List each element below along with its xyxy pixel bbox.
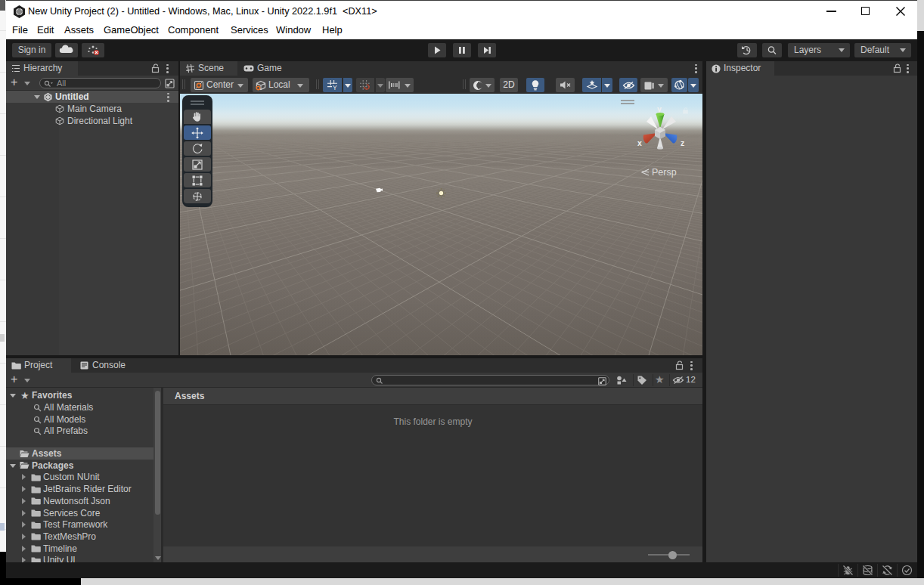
svg-text:x: x: [637, 138, 642, 147]
svg-text:y: y: [657, 104, 662, 113]
svg-text:Y: Y: [333, 84, 337, 91]
svg-text:z: z: [681, 138, 684, 147]
